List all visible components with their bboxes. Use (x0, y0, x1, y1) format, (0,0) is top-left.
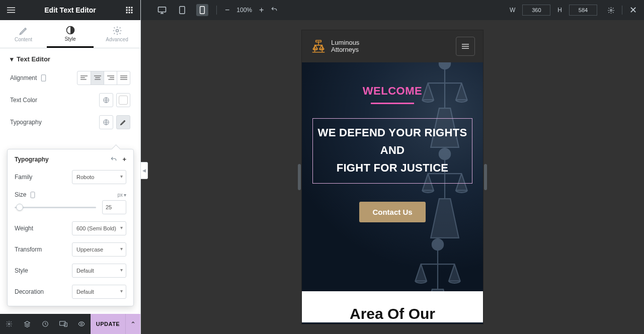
alignment-label: Alignment (10, 74, 37, 81)
align-right-button[interactable] (104, 71, 117, 85)
device-desktop-button[interactable] (156, 4, 168, 16)
svg-rect-21 (107, 75, 114, 76)
minus-icon: − (225, 6, 229, 14)
popover-reset-button[interactable] (110, 155, 117, 163)
responsive-device-icon[interactable] (30, 192, 35, 198)
font-family-label: Family (15, 174, 32, 181)
align-left-icon (80, 74, 88, 81)
desktop-icon (157, 6, 167, 14)
svg-rect-9 (126, 12, 128, 14)
hamburger-icon (461, 43, 470, 50)
font-size-slider[interactable] (15, 207, 96, 208)
gear-icon (6, 320, 13, 327)
text-transform-select[interactable]: Uppercase (72, 242, 126, 257)
text-color-picker-button[interactable] (116, 93, 130, 107)
footer-settings-button[interactable] (0, 314, 18, 334)
hero-title-line2: AND (380, 141, 405, 159)
width-input[interactable]: 360 (522, 5, 550, 16)
typography-edit-button[interactable] (116, 115, 130, 129)
topbar-settings-button[interactable] (607, 7, 615, 14)
align-justify-icon (120, 74, 127, 81)
contrast-icon (65, 25, 75, 35)
section2-title[interactable]: Area Of Our (350, 305, 435, 322)
zoom-out-button[interactable]: − (225, 6, 229, 14)
slider-thumb[interactable] (16, 204, 23, 211)
hero-title-selected-element[interactable]: WE DEFEND YOUR RIGHTS AND FIGHT FOR JUST… (312, 118, 473, 184)
text-color-global-button[interactable] (99, 93, 113, 107)
device-mobile-button[interactable] (196, 4, 208, 16)
svg-rect-6 (126, 10, 128, 11)
pencil-icon (120, 119, 127, 126)
popover-add-button[interactable]: + (122, 155, 126, 163)
practice-area-section: Area Of Our (302, 291, 483, 322)
caret-down-icon: ▾ (10, 55, 14, 63)
responsive-device-icon[interactable] (41, 74, 46, 81)
align-left-button[interactable] (77, 71, 91, 85)
zoom-level: 100% (236, 7, 252, 14)
contact-us-button[interactable]: Contact Us (359, 202, 425, 222)
align-center-button[interactable] (91, 71, 104, 85)
tab-content[interactable]: Content (0, 20, 47, 48)
footer-navigator-button[interactable] (18, 314, 36, 334)
preview-resize-handle-left[interactable] (298, 164, 301, 190)
footer-history-button[interactable] (36, 314, 54, 334)
svg-rect-35 (180, 7, 185, 14)
svg-rect-26 (120, 79, 127, 79)
mobile-icon (199, 6, 205, 14)
font-size-unit-select[interactable]: px ▾ (117, 192, 126, 198)
svg-rect-19 (95, 77, 100, 78)
topbar-close-button[interactable]: ✕ (629, 5, 637, 16)
svg-rect-36 (200, 7, 205, 14)
svg-rect-11 (131, 12, 132, 14)
site-logo[interactable]: Luminous Attorneys (310, 38, 359, 55)
tab-advanced[interactable]: Advanced (94, 20, 140, 48)
preview-resize-handle-right[interactable] (484, 164, 487, 190)
plus-icon: + (259, 6, 264, 14)
control-typography: Typography (10, 115, 130, 129)
tab-content-label: Content (15, 37, 32, 42)
tab-style[interactable]: Style (47, 20, 94, 48)
chevron-left-icon: ◀ (142, 168, 146, 173)
height-input[interactable]: 584 (569, 5, 597, 16)
device-tablet-button[interactable] (176, 4, 188, 16)
font-size-input[interactable]: 25 (102, 200, 126, 214)
section-title-texteditor[interactable]: ▾ Text Editor (10, 55, 130, 63)
svg-rect-34 (158, 7, 166, 12)
site-menu-toggle[interactable] (456, 37, 475, 56)
align-justify-button[interactable] (117, 71, 130, 85)
panel-footer: UPDATE ⌃ (0, 314, 140, 334)
update-options-button[interactable]: ⌃ (125, 314, 140, 334)
footer-preview-button[interactable] (72, 314, 91, 334)
panel-menu-button[interactable] (4, 6, 18, 14)
align-center-icon (94, 74, 101, 81)
gear-icon (112, 26, 122, 36)
tablet-icon (179, 6, 186, 14)
svg-rect-39 (462, 44, 469, 44)
zoom-in-button[interactable]: + (259, 6, 264, 14)
font-style-select[interactable]: Default (72, 264, 126, 278)
font-weight-select[interactable]: 600 (Semi Bold) (72, 221, 126, 235)
update-button-label: UPDATE (96, 321, 120, 327)
text-decoration-select[interactable]: Default (72, 285, 126, 299)
footer-responsive-button[interactable] (54, 314, 72, 334)
globe-icon (103, 119, 110, 126)
hero-welcome-text[interactable]: WELCOME (363, 85, 422, 98)
device-frame: Luminous Attorneys WELCOME (302, 30, 483, 324)
svg-rect-7 (129, 10, 130, 11)
svg-rect-41 (462, 48, 469, 49)
svg-rect-20 (95, 79, 101, 79)
zoom-reset-button[interactable] (271, 6, 278, 15)
font-style-label: Style (15, 267, 28, 274)
font-family-select[interactable]: Roboto (72, 170, 126, 184)
font-style-value: Default (76, 268, 94, 274)
plus-icon: + (122, 155, 126, 163)
typography-global-button[interactable] (99, 115, 113, 129)
svg-rect-1 (7, 10, 15, 10)
text-decoration-value: Default (76, 289, 94, 295)
panel-collapse-handle[interactable]: ◀ (141, 162, 148, 179)
svg-rect-14 (42, 75, 46, 81)
apps-grid-button[interactable] (122, 7, 136, 14)
height-label: H (557, 7, 562, 14)
update-button[interactable]: UPDATE (91, 314, 125, 334)
svg-rect-18 (94, 75, 101, 76)
